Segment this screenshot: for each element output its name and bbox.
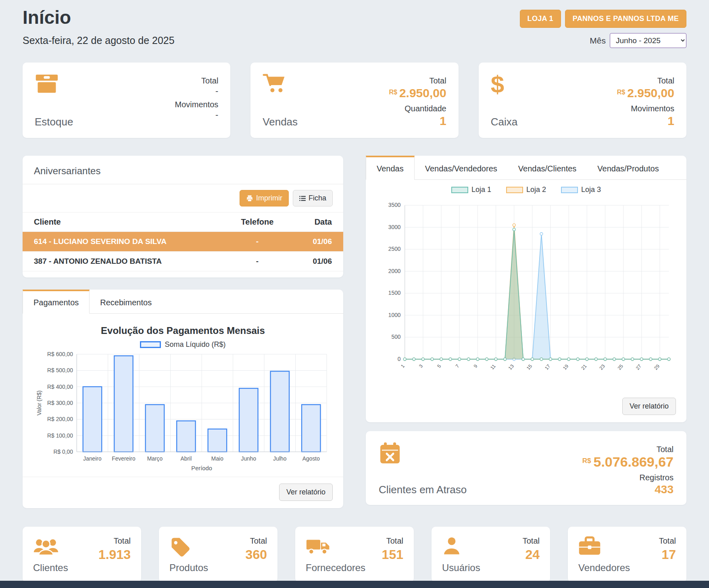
month-filter: Mês Junho - 2025	[590, 33, 686, 48]
overdue-card: Clientes em Atraso Total R$5.076.869,67 …	[366, 431, 686, 505]
sales-card: VendasVendas/VendedoresVendas/ClientesVe…	[366, 156, 686, 422]
svg-text:5: 5	[436, 363, 442, 369]
currency-prefix: R$	[389, 89, 397, 96]
phone-cell: -	[223, 237, 292, 246]
stat-total-label: Total	[523, 536, 540, 546]
metric-value: 1	[389, 113, 446, 129]
metric-value: R$2.950,00	[617, 85, 674, 101]
svg-text:R$ 600,00: R$ 600,00	[47, 351, 73, 357]
suppliers-stat-card: Fornecedores Total 151	[295, 527, 414, 582]
print-button[interactable]: Imprimir	[240, 190, 289, 206]
user-icon	[442, 536, 480, 556]
legend-label: Loja 2	[526, 186, 546, 194]
products-stat-card: Produtos Total 360	[159, 527, 277, 582]
stat-value: 24	[523, 547, 540, 562]
sales-report-button[interactable]: Ver relatório	[622, 398, 676, 415]
month-select[interactable]: Junho - 2025	[610, 33, 686, 48]
payments-tab-recebimentos[interactable]: Recebimentos	[90, 290, 162, 313]
currency-prefix: R$	[582, 457, 591, 465]
phone-cell: -	[223, 257, 292, 266]
sellers-stat-card: Vendedores Total 17	[568, 527, 686, 582]
stat-label: Usuários	[442, 562, 480, 573]
sales-summary-card: Vendas Total R$2.950,00 Quantidade 1	[250, 63, 458, 138]
bar-chart-legend: Soma Líquido (R$)	[34, 340, 332, 349]
sales-tab-vendas-produtos[interactable]: Vendas/Produtos	[587, 156, 669, 179]
sales-line-chart: 0500100015002000250030003500135791113151…	[377, 196, 675, 391]
svg-text:Período: Período	[191, 465, 212, 471]
metric-label: Quantidade	[389, 104, 446, 113]
users-stat-card: Usuários Total 24	[432, 527, 550, 582]
metric-label: Total	[175, 76, 219, 85]
ficha-button-label: Ficha	[309, 194, 326, 202]
card-label: Caixa	[491, 116, 517, 128]
header-buttons: LOJA 1 PANNOS E PANNOS LTDA ME	[520, 10, 686, 28]
svg-text:Março: Março	[147, 455, 163, 462]
svg-text:R$ 100,00: R$ 100,00	[47, 432, 73, 439]
svg-text:3000: 3000	[388, 224, 401, 230]
sales-tab-vendas-clientes[interactable]: Vendas/Clientes	[508, 156, 587, 179]
column-data: Data	[292, 217, 332, 227]
cart-icon	[263, 73, 298, 94]
legend-item: Loja 2	[506, 186, 546, 194]
dollar-icon: $	[491, 73, 517, 96]
table-row[interactable]: 614 - LUCIANO SEVERINO DA SILVA-01/06	[23, 232, 343, 252]
svg-text:R$ 300,00: R$ 300,00	[47, 400, 73, 406]
svg-text:2000: 2000	[388, 268, 401, 274]
store-button[interactable]: LOJA 1	[520, 10, 561, 28]
svg-text:Valor (R$): Valor (R$)	[36, 390, 42, 415]
print-button-label: Imprimir	[256, 194, 282, 202]
payments-report-button[interactable]: Ver relatório	[279, 484, 333, 501]
metric-label: Movimentos	[175, 100, 219, 109]
svg-text:Julho: Julho	[273, 455, 286, 462]
svg-text:0: 0	[398, 356, 401, 362]
sales-tab-vendas-vendedores[interactable]: Vendas/Vendedores	[415, 156, 508, 179]
stat-total-label: Total	[382, 536, 403, 546]
birthdays-title: Aniversariantes	[23, 156, 343, 184]
stat-value: 1.913	[98, 547, 131, 562]
column-telefone: Telefone	[223, 217, 292, 227]
legend-item: Loja 3	[561, 186, 601, 194]
sales-tab-bar: VendasVendas/VendedoresVendas/ClientesVe…	[366, 156, 686, 180]
legend-swatch	[140, 341, 161, 348]
metric-value: R$2.950,00	[389, 85, 446, 101]
header: Início LOJA 1 PANNOS E PANNOS LTDA ME	[23, 6, 686, 28]
ficha-button[interactable]: Ficha	[293, 190, 333, 206]
payments-card: PagamentosRecebimentos Evolução dos Paga…	[23, 290, 343, 508]
svg-text:3: 3	[418, 363, 424, 369]
overdue-label: Clientes em Atraso	[379, 484, 467, 496]
svg-text:1: 1	[400, 363, 406, 369]
currency-prefix: R$	[617, 89, 625, 96]
stock-card: Estoque Total - Movimentos -	[23, 63, 230, 138]
svg-text:2500: 2500	[388, 246, 401, 252]
birthdays-card: Aniversariantes Imprimir	[23, 156, 343, 277]
sales-tab-vendas[interactable]: Vendas	[366, 156, 415, 180]
stat-total-label: Total	[659, 536, 676, 546]
svg-text:27: 27	[635, 363, 643, 371]
summary-row: Estoque Total - Movimentos -	[23, 63, 686, 138]
stat-value: 360	[246, 547, 267, 562]
stat-label: Vendedores	[578, 562, 630, 573]
svg-text:Junho: Junho	[241, 455, 256, 462]
svg-text:R$ 500,00: R$ 500,00	[47, 367, 73, 373]
svg-text:R$ 400,00: R$ 400,00	[47, 384, 73, 390]
svg-text:R$ 200,00: R$ 200,00	[47, 416, 73, 422]
stat-value: 17	[659, 547, 676, 562]
svg-text:13: 13	[507, 363, 515, 371]
table-row[interactable]: 387 - ANTONIO ZENALDO BATISTA-01/06	[23, 252, 343, 271]
cash-card: $ Caixa Total R$2.950,00 Movimentos 1	[479, 63, 686, 138]
payments-tab-pagamentos[interactable]: Pagamentos	[23, 290, 90, 314]
printer-icon	[246, 195, 253, 202]
date-cell: 01/06	[292, 277, 332, 277]
svg-text:19: 19	[562, 363, 570, 371]
table-row[interactable]: 350 - JAQUELINE SOARES CORREIA (VELHA-01…	[23, 271, 343, 277]
stat-label: Fornecedores	[306, 562, 365, 573]
client-cell: 387 - ANTONIO ZENALDO BATISTA	[34, 257, 223, 266]
metric-value: -	[175, 109, 219, 121]
payments-bar-chart: R$ 0,00R$ 100,00R$ 200,00R$ 300,00R$ 400…	[34, 350, 332, 475]
company-button[interactable]: PANNOS E PANNOS LTDA ME	[565, 10, 686, 28]
svg-text:1000: 1000	[388, 312, 401, 318]
sales-chart-area: Loja 1Loja 2Loja 3 050010001500200025003…	[366, 180, 686, 393]
svg-text:Agosto: Agosto	[302, 455, 320, 462]
stat-label: Clientes	[33, 562, 68, 573]
client-cell: 350 - JAQUELINE SOARES CORREIA (VELHA	[34, 277, 223, 277]
